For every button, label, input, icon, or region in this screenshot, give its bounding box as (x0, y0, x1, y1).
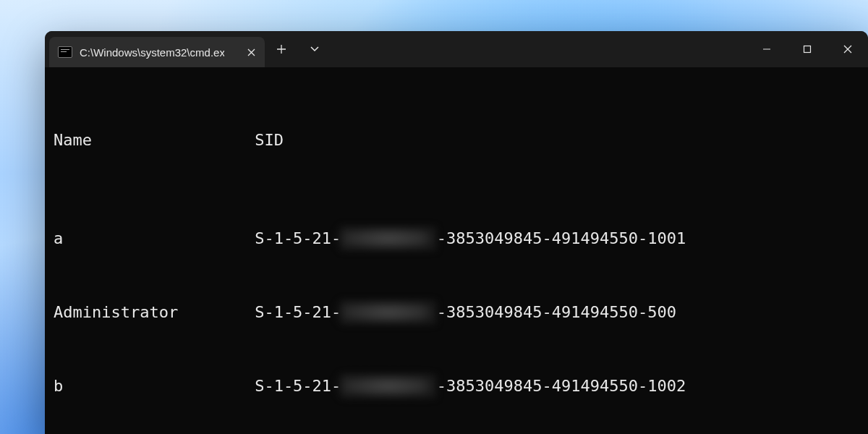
tab-actions (265, 31, 331, 67)
table-row: aS-1-5-21-XXXXXXXXX-3853049845-491494550… (54, 226, 859, 251)
tab-close-button[interactable] (244, 46, 258, 59)
redacted-segment: XXXXXXXXX (341, 374, 436, 399)
tab-title: C:\Windows\system32\cmd.ex (80, 46, 224, 59)
desktop-background: C:\Windows\system32\cmd.ex (0, 0, 868, 434)
header-row: NameSID (54, 128, 859, 153)
new-tab-button[interactable] (265, 31, 298, 67)
table-row: bS-1-5-21-XXXXXXXXX-3853049845-491494550… (54, 374, 859, 399)
tab-cmd[interactable]: C:\Windows\system32\cmd.ex (49, 37, 265, 67)
close-window-button[interactable] (827, 31, 868, 67)
titlebar-drag-region[interactable] (331, 31, 746, 67)
header-name: Name (54, 128, 255, 153)
minimize-button[interactable] (746, 31, 787, 67)
terminal-output[interactable]: NameSID aS-1-5-21-XXXXXXXXX-3853049845-4… (45, 67, 868, 434)
table-row: AdministratorS-1-5-21-XXXXXXXXX-38530498… (54, 300, 859, 325)
title-bar: C:\Windows\system32\cmd.ex (45, 31, 868, 67)
terminal-window: C:\Windows\system32\cmd.ex (45, 31, 868, 434)
tab-menu-dropdown[interactable] (298, 31, 331, 67)
cmd-icon (58, 46, 72, 58)
svg-rect-0 (804, 46, 811, 53)
redacted-segment: XXXXXXXXX (341, 226, 436, 251)
redacted-segment: XXXXXXXXX (341, 300, 436, 325)
tab-strip: C:\Windows\system32\cmd.ex (45, 31, 265, 67)
maximize-button[interactable] (787, 31, 827, 67)
header-sid: SID (255, 128, 284, 153)
